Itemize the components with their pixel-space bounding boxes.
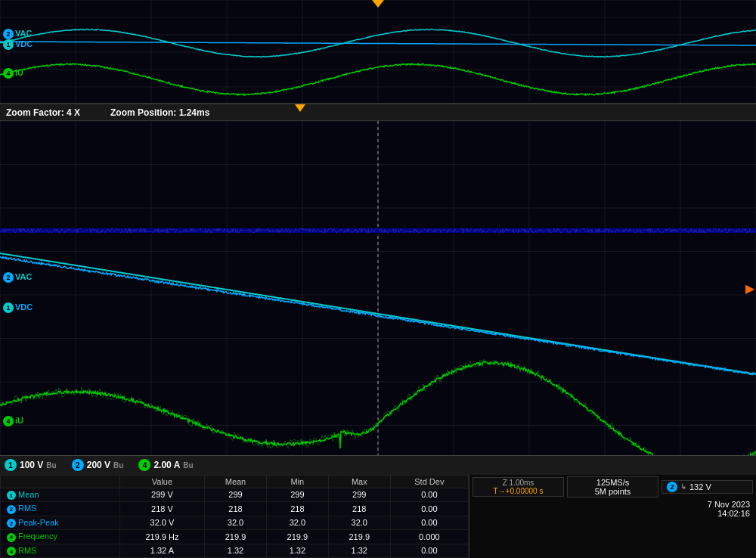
date-display: 7 Nov 2023 bbox=[476, 500, 750, 509]
ch1-voltage: 100 V bbox=[20, 460, 43, 470]
stats-row-max: 299 bbox=[328, 488, 390, 502]
z-time-box: Z 1.00ms T→+0.00000 s bbox=[472, 477, 564, 497]
main-ch4-label: 4iU bbox=[3, 416, 23, 426]
stats-table-container: Value Mean Min Max Std Dev 1Mean 299 V 2… bbox=[0, 475, 469, 559]
stats-row: 2Peak-Peak 32.0 V 32.0 32.0 32.0 0.00 bbox=[1, 516, 469, 530]
ch2-extra-box: 2 ↳ 132 V bbox=[662, 480, 753, 494]
stats-row-max: 32.0 bbox=[328, 516, 390, 530]
ch1-sub: Bu bbox=[46, 461, 56, 470]
main-ch1-label: 1VDC bbox=[3, 302, 33, 313]
overview-ch4-label: 4iU bbox=[3, 68, 23, 79]
stats-header-max: Max bbox=[328, 475, 390, 488]
stats-row-label: 2Peak-Peak bbox=[1, 516, 120, 530]
stats-row-min: 32.0 bbox=[266, 516, 328, 530]
stats-row-label: 2RMS bbox=[1, 502, 120, 516]
ch1-info: 1 100 V Bu bbox=[5, 459, 57, 471]
sample-rate-box: 125MS/s 5M points bbox=[567, 476, 658, 498]
stats-header-value: Value bbox=[119, 475, 204, 488]
stats-row-mean: 299 bbox=[205, 488, 267, 502]
trigger-icon: ↳ bbox=[680, 482, 686, 491]
stats-row-label: 1Mean bbox=[1, 488, 120, 502]
stats-row-mean: 218 bbox=[205, 502, 267, 516]
stats-row-min: 219.9 bbox=[266, 530, 328, 544]
stats-header-min: Min bbox=[266, 475, 328, 488]
stats-table: Value Mean Min Max Std Dev 1Mean 299 V 2… bbox=[0, 475, 469, 559]
stats-row: 2RMS 218 V 218 218 218 0.00 bbox=[1, 502, 469, 516]
stats-row-min: 1.32 bbox=[266, 544, 328, 558]
stats-row-std: 0.00 bbox=[390, 516, 468, 530]
ch4-voltage: 2.00 A bbox=[153, 460, 180, 470]
stats-row-mean: 32.0 bbox=[205, 516, 267, 530]
zoom-position-text: Zoom Position: 1.24ms bbox=[110, 107, 209, 118]
sample-rate-value: 125MS/s bbox=[572, 478, 653, 487]
ch2-info: 2 200 V Bu bbox=[72, 459, 124, 471]
stats-row: 4Frequency 219.9 Hz 219.9 219.9 219.9 0.… bbox=[1, 530, 469, 544]
stats-row-value: 219.9 Hz bbox=[119, 530, 204, 544]
ch1-circle: 1 bbox=[5, 459, 17, 471]
stats-row-mean: 1.32 bbox=[205, 544, 267, 558]
edge-marker: ▶ bbox=[745, 281, 754, 295]
ch4-sub: Bu bbox=[183, 461, 193, 470]
ch4-info: 4 2.00 A Bu bbox=[138, 459, 193, 471]
stats-row-std: 0.000 bbox=[390, 530, 468, 544]
stats-row-max: 218 bbox=[328, 502, 390, 516]
main-ch2-label: 2VAC bbox=[3, 272, 32, 283]
datetime-box: 7 Nov 2023 14:02:16 bbox=[472, 498, 753, 519]
main-panel: 2VAC 1VDC 4iU ▶ bbox=[0, 121, 756, 455]
time-display: 14:02:16 bbox=[476, 509, 750, 518]
zoom-bar: Zoom Factor: 4 X Zoom Position: 1.24ms bbox=[0, 104, 756, 121]
stats-row-std: 0.00 bbox=[390, 544, 468, 558]
z-time-label: Z 1.00ms bbox=[478, 479, 559, 487]
stats-row-max: 219.9 bbox=[328, 530, 390, 544]
ch4-circle: 4 bbox=[138, 459, 150, 471]
ch2-extra-value: 132 V bbox=[689, 482, 711, 491]
stats-row-label: 4RMS bbox=[1, 544, 120, 558]
ch2-voltage: 200 V bbox=[87, 460, 110, 470]
ch2-extra-circle: 2 bbox=[667, 482, 677, 492]
stats-right-panel: Z 1.00ms T→+0.00000 s 125MS/s 5M points … bbox=[469, 475, 756, 559]
stats-row-std: 0.00 bbox=[390, 488, 468, 502]
stats-row: 1Mean 299 V 299 299 299 0.00 bbox=[1, 488, 469, 502]
stats-header-label bbox=[1, 475, 120, 488]
bottom-channel-bar: 1 100 V Bu 2 200 V Bu 4 2.00 A Bu bbox=[0, 455, 756, 475]
stats-row-value: 218 V bbox=[119, 502, 204, 516]
stats-section: Value Mean Min Max Std Dev 1Mean 299 V 2… bbox=[0, 475, 756, 559]
stats-header-mean: Mean bbox=[205, 475, 267, 488]
zoom-factor-text: Zoom Factor: 4 X bbox=[6, 107, 80, 118]
z-time-row: Z 1.00ms T→+0.00000 s 125MS/s 5M points … bbox=[472, 476, 753, 498]
stats-row: 4RMS 1.32 A 1.32 1.32 1.32 0.00 bbox=[1, 544, 469, 558]
stats-row-mean: 219.9 bbox=[205, 530, 267, 544]
stats-row-value: 1.32 A bbox=[119, 544, 204, 558]
stats-row-std: 0.00 bbox=[390, 502, 468, 516]
z-offset-label: T→+0.00000 s bbox=[478, 487, 559, 495]
stats-row-label: 4Frequency bbox=[1, 530, 120, 544]
stats-row-value: 299 V bbox=[119, 488, 204, 502]
overview-ch2-label: 2VAC bbox=[3, 29, 32, 39]
stats-row-min: 299 bbox=[266, 488, 328, 502]
overview-ch1-label: 1VDC bbox=[3, 39, 33, 50]
stats-row-value: 32.0 V bbox=[119, 516, 204, 530]
stats-header-std: Std Dev bbox=[390, 475, 468, 488]
overview-panel: 2VAC 1VDC 4iU bbox=[0, 0, 756, 104]
oscilloscope-display: 2VAC 1VDC 4iU Zoom Factor: 4 X Zoom Posi… bbox=[0, 0, 756, 558]
stats-row-min: 218 bbox=[266, 502, 328, 516]
ch2-circle: 2 bbox=[72, 459, 84, 471]
points-value: 5M points bbox=[572, 487, 653, 496]
ch2-sub: Bu bbox=[113, 461, 123, 470]
stats-row-max: 1.32 bbox=[328, 544, 390, 558]
